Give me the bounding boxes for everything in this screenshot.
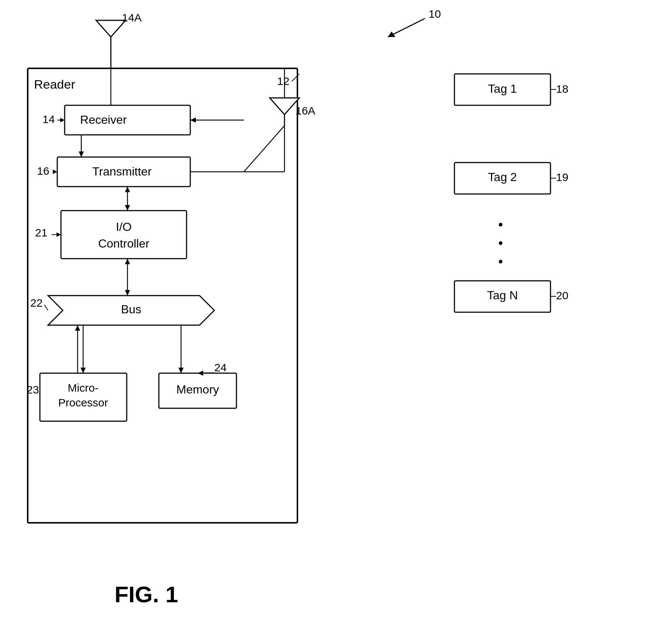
svg-marker-25: [125, 290, 130, 296]
diagram-svg: Reader 12 Receiver 14 14A Transmitter 16…: [0, 0, 658, 644]
ref-14a: 14A: [122, 11, 142, 24]
dots-1: •: [498, 217, 503, 232]
svg-marker-29: [75, 325, 80, 331]
diagram-container: Reader 12 Receiver 14 14A Transmitter 16…: [0, 0, 658, 644]
io-label-2: Controller: [98, 237, 150, 250]
svg-marker-43: [57, 232, 61, 237]
tag2-label: Tag 2: [488, 170, 517, 184]
ref-19: 19: [556, 171, 568, 183]
ref-14: 14: [42, 113, 55, 125]
micro-label-1: Micro-: [68, 382, 98, 394]
svg-marker-18: [79, 151, 84, 157]
tag1-label: Tag 1: [488, 82, 517, 95]
svg-marker-22: [125, 205, 130, 211]
reader-label: Reader: [34, 77, 75, 91]
memory-label: Memory: [176, 383, 219, 396]
svg-marker-41: [53, 170, 57, 174]
svg-marker-24: [125, 259, 130, 264]
tagn-label: Tag N: [487, 289, 518, 302]
svg-line-44: [44, 305, 48, 310]
svg-marker-21: [125, 187, 130, 192]
ref-22: 22: [30, 297, 42, 309]
transmitter-label: Transmitter: [92, 165, 152, 178]
bus-label: Bus: [121, 303, 141, 316]
svg-marker-27: [81, 368, 86, 373]
io-label-1: I/O: [116, 220, 132, 234]
ref-16: 16: [37, 165, 49, 177]
receiver-label: Receiver: [80, 113, 127, 126]
ref-18: 18: [556, 83, 568, 95]
svg-marker-8: [96, 20, 126, 37]
svg-marker-31: [178, 368, 184, 373]
svg-rect-3: [61, 211, 187, 259]
ref-23: 23: [27, 384, 39, 396]
ref-16a: 16A: [296, 105, 315, 117]
ref-21: 21: [35, 226, 47, 239]
ref-10: 10: [429, 8, 441, 20]
ref-24: 24: [214, 361, 226, 374]
ref-12: 12: [277, 75, 289, 87]
micro-label-2: Processor: [58, 396, 108, 409]
ref-20: 20: [556, 289, 568, 301]
svg-marker-16: [190, 117, 196, 123]
svg-line-10: [244, 126, 284, 172]
dots-3: •: [498, 254, 503, 269]
svg-marker-39: [60, 118, 65, 122]
dots-2: •: [498, 235, 503, 251]
fig-label: FIG. 1: [115, 582, 178, 607]
svg-marker-12: [270, 98, 299, 115]
